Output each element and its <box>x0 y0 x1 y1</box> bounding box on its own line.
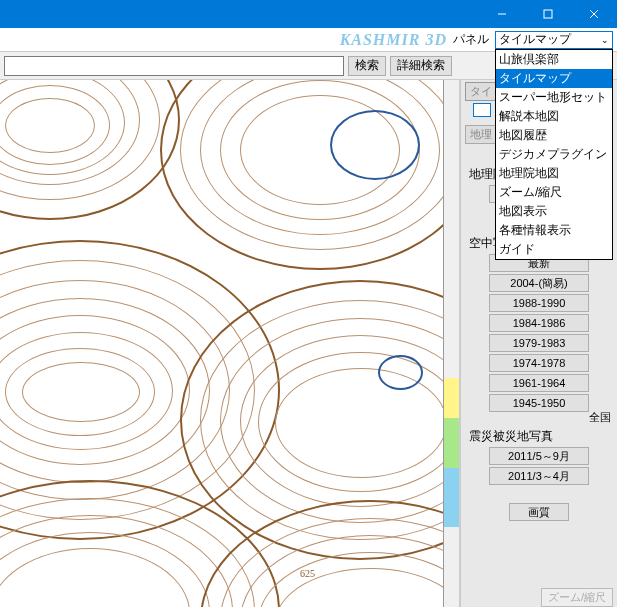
dropdown-item[interactable]: スーパー地形セット <box>496 88 612 107</box>
map-canvas[interactable]: 625 <box>0 80 444 607</box>
panel-dropdown-list: 山旅倶楽部タイルマップスーパー地形セット解説本地図地図履歴デジカメプラグイン地理… <box>495 49 613 260</box>
dropdown-item[interactable]: デジカメプラグイン <box>496 145 612 164</box>
tab-gsi-gray[interactable]: 地理 <box>465 125 497 144</box>
zoom-scale-tab[interactable]: ズーム/縮尺 <box>541 588 613 607</box>
dropdown-item[interactable]: 解説本地図 <box>496 107 612 126</box>
chevron-down-icon: ⌄ <box>601 35 609 45</box>
search-button[interactable]: 検索 <box>348 56 386 76</box>
aerial-year-button[interactable]: 1979-1983 <box>489 334 589 352</box>
thumbnail-box[interactable] <box>473 103 491 117</box>
dropdown-item[interactable]: 地図表示 <box>496 202 612 221</box>
dropdown-item[interactable]: 地図履歴 <box>496 126 612 145</box>
aerial-year-button[interactable]: 1974-1978 <box>489 354 589 372</box>
dropdown-item[interactable]: タイルマップ <box>496 69 612 88</box>
brand-row: KASHMIR 3D パネル タイルマップ ⌄ 山旅倶楽部タイルマップスーパー地… <box>0 28 617 52</box>
dropdown-item[interactable]: ガイド <box>496 240 612 259</box>
panel-label: パネル <box>453 31 489 48</box>
titlebar <box>0 0 617 28</box>
quality-button[interactable]: 画質 <box>509 503 569 521</box>
nationwide-label: 全国 <box>589 410 611 425</box>
dropdown-item[interactable]: 山旅倶楽部 <box>496 50 612 69</box>
panel-dropdown[interactable]: タイルマップ ⌄ 山旅倶楽部タイルマップスーパー地形セット解説本地図地図履歴デジ… <box>495 31 613 49</box>
elevation-label: 625 <box>300 568 315 579</box>
dropdown-selected-text: タイルマップ <box>499 31 571 48</box>
panel-dropdown-selected[interactable]: タイルマップ ⌄ <box>495 31 613 49</box>
dropdown-item[interactable]: ズーム/縮尺 <box>496 183 612 202</box>
color-strip <box>444 80 460 607</box>
aerial-year-button[interactable]: 1945-1950 <box>489 394 589 412</box>
disaster-section-label: 震災被災地写真 <box>469 428 613 445</box>
aerial-year-button[interactable]: 1988-1990 <box>489 294 589 312</box>
close-button[interactable] <box>571 0 617 28</box>
tab-tile[interactable]: タイ <box>465 82 497 101</box>
disaster-period-button[interactable]: 2011/5～9月 <box>489 447 589 465</box>
aerial-year-button[interactable]: 1961-1964 <box>489 374 589 392</box>
dropdown-item[interactable]: 地理院地図 <box>496 164 612 183</box>
svg-rect-1 <box>544 10 552 18</box>
detail-search-button[interactable]: 詳細検索 <box>390 56 452 76</box>
maximize-button[interactable] <box>525 0 571 28</box>
disaster-period-button[interactable]: 2011/3～4月 <box>489 467 589 485</box>
aerial-year-button[interactable]: 2004-(簡易) <box>489 274 589 292</box>
search-input[interactable] <box>4 56 344 76</box>
minimize-button[interactable] <box>479 0 525 28</box>
dropdown-item[interactable]: 各種情報表示 <box>496 221 612 240</box>
aerial-year-button[interactable]: 1984-1986 <box>489 314 589 332</box>
app-brand: KASHMIR 3D <box>340 31 447 49</box>
